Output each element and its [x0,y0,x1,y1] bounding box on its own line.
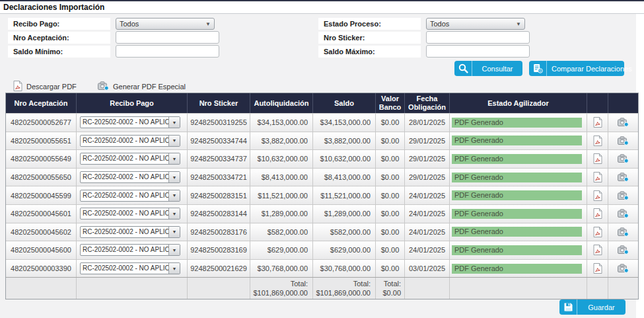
recibo-pago-value: RC-202502-0002 - NO APLICA - . [81,172,168,182]
recibo-pago-select[interactable]: RC-202502-0002 - NO APLICA - .▼ [80,208,180,219]
valor-banco-cell: $0.00 [376,205,405,223]
totals-label: Total: [291,279,308,288]
recibo-pago-select[interactable]: RC-202502-0002 - NO APLICA - .▼ [80,226,180,238]
recibo-pago-select[interactable]: RC-202502-0002 - NO APLICA - .▼ [80,153,180,165]
pdf-file-icon[interactable] [593,245,602,255]
pdf-especial-cell [608,241,638,259]
pdf-especial-cell [608,186,638,204]
pdf-especial-cell [608,205,638,223]
fecha-obligacion-cell: 24/01/2025 [405,223,450,241]
estado-proceso-filter-value: Todos [430,20,449,28]
generar-pdf-especial-link[interactable]: Generar PDF Especial [98,81,186,93]
nro-aceptacion-cell: 482025000055651 [6,132,77,150]
estado-proceso-filter-select[interactable]: Todos ▼ [426,18,525,30]
generar-pdf-especial-icon[interactable] [618,173,629,182]
recibo-pago-value: RC-202502-0002 - NO APLICA - . [81,263,168,274]
pdf-cell [587,205,608,223]
chevron-down-icon[interactable]: ▼ [168,190,180,201]
autoliquidacion-cell: $8,413,000.00 [250,169,313,186]
fecha-obligacion-cell: 29/01/2025 [405,169,450,186]
pdf-file-icon[interactable] [593,136,602,146]
pdf-file-icon[interactable] [593,208,602,219]
recibo-pago-label: Recibo Pago: [8,18,110,30]
recibo-pago-select[interactable]: RC-202502-0002 - NO APLICA - .▼ [80,171,180,183]
pdf-especial-cell [608,260,638,278]
header-autoliquidacion: Autoliquidación [250,93,313,113]
recibo-pago-filter-value: Todos [120,20,139,28]
recibo-pago-filter-select[interactable]: Todos ▼ [116,18,215,30]
pdf-cell [587,169,608,186]
generar-pdf-especial-icon[interactable] [618,136,629,145]
recibo-pago-select[interactable]: RC-202502-0002 - NO APLICA - .▼ [80,262,180,274]
recibo-pago-select[interactable]: RC-202502-0002 - NO APLICA - .▼ [80,190,180,202]
comparar-label: Comparar Declaraciones [547,65,637,73]
autoliquidacion-cell: $10,632,000.00 [250,150,313,168]
generar-pdf-especial-icon[interactable] [618,264,629,273]
saldo-maximo-input[interactable] [426,45,530,58]
chevron-down-icon[interactable]: ▼ [168,263,180,274]
comparar-declaraciones-button[interactable]: Comparar Declaraciones [529,61,624,76]
pdf-cell [587,132,608,150]
header-saldo: Saldo [313,93,376,113]
table-row: 482025000045600 RC-202502-0002 - NO APLI… [6,241,638,259]
pdf-file-icon[interactable] [593,172,602,182]
recibo-pago-cell: RC-202502-0002 - NO APLICA - .▼ [77,205,188,223]
recibo-pago-select[interactable]: RC-202502-0002 - NO APLICA - .▼ [80,135,180,147]
guardar-button[interactable]: Guardar [559,299,626,315]
recibo-pago-cell: RC-202502-0002 - NO APLICA - .▼ [77,186,188,204]
generar-pdf-especial-icon[interactable] [618,118,629,127]
descargar-pdf-link[interactable]: Descargar PDF [13,81,77,93]
saldo-cell: $30,768,000.00 [313,260,376,278]
descargar-pdf-label: Descargar PDF [26,83,77,91]
generar-pdf-especial-icon[interactable] [618,245,629,255]
status-badge: PDF Generado [452,154,582,164]
generar-pdf-especial-icon[interactable] [618,227,629,237]
totals-empty-cell [6,278,77,299]
table-header-row: Nro Aceptación Recibo Pago Nro Sticker A… [6,93,638,113]
header-recibo-pago: Recibo Pago [77,93,188,113]
recibo-pago-select[interactable]: RC-202502-0002 - NO APLICA - .▼ [80,244,180,256]
saldo-cell: $11,521,000.00 [313,186,376,204]
totals-autoliquidacion: Total: $101,869,000.00 [250,278,313,299]
pdf-especial-cell [608,169,638,186]
status-badge: PDF Generado [452,209,582,219]
recibo-pago-value: RC-202502-0002 - NO APLICA - . [81,245,168,255]
chevron-down-icon[interactable]: ▼ [168,172,180,182]
chevron-down-icon[interactable]: ▼ [168,117,180,128]
totals-empty-cell [77,278,188,299]
totals-saldo: Total: $101,869,000.00 [313,278,376,299]
header-nro-sticker: Nro Sticker [188,93,250,113]
chevron-down-icon[interactable]: ▼ [168,208,180,219]
fecha-obligacion-cell: 28/01/2025 [405,114,450,132]
pdf-cell [587,260,608,278]
pdf-file-icon[interactable] [593,153,602,164]
consultar-button[interactable]: Consultar [454,61,522,76]
pdf-file-icon[interactable] [593,190,602,201]
recibo-pago-select[interactable]: RC-202502-0002 - NO APLICA - .▼ [80,116,180,128]
nro-aceptacion-input[interactable] [116,31,219,44]
consultar-label: Consultar [472,65,522,73]
recibo-pago-cell: RC-202502-0002 - NO APLICA - .▼ [77,260,188,278]
generar-pdf-especial-icon[interactable] [618,154,629,163]
generar-pdf-especial-icon[interactable] [618,191,629,200]
pdf-file-icon[interactable] [593,263,602,274]
pdf-file-icon[interactable] [593,117,602,128]
chevron-down-icon[interactable]: ▼ [168,153,180,164]
chevron-down-icon[interactable]: ▼ [168,245,180,255]
pdf-especial-cell [608,132,638,150]
valor-banco-cell: $0.00 [376,114,405,132]
recibo-pago-cell: RC-202502-0002 - NO APLICA - .▼ [77,150,188,168]
saldo-minimo-input[interactable] [116,45,219,58]
nro-sticker-cell: 92482500021629 [188,260,250,278]
chevron-down-icon[interactable]: ▼ [168,136,180,146]
pdf-file-icon[interactable] [593,227,602,237]
autoliquidacion-cell: $1,289,000.00 [250,205,313,223]
saldo-cell: $629,000.00 [313,241,376,259]
generar-pdf-especial-icon[interactable] [618,209,629,218]
nro-sticker-cell: 92482500283176 [188,223,250,241]
table-row: 482025000055651 RC-202502-0002 - NO APLI… [6,132,638,150]
estado-agilizador-cell: PDF Generado [450,260,587,278]
chevron-down-icon[interactable]: ▼ [168,227,180,237]
nro-sticker-input[interactable] [426,31,530,44]
pdf-cell [587,114,608,132]
